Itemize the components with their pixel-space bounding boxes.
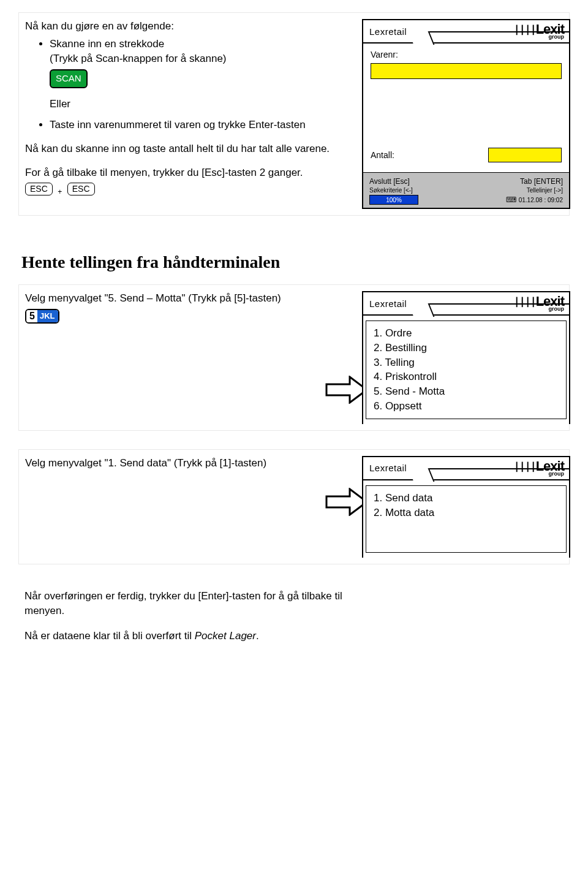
menu-item[interactable]: 4. Priskontroll: [374, 370, 559, 384]
select-5-text: Velg menyvalget "5. Send – Motta" (Trykk…: [25, 291, 344, 306]
footer-avslutt: Avslutt [Esc]: [369, 177, 410, 186]
antall-input[interactable]: [488, 148, 562, 162]
select-1-text: Velg menyvalget "1. Send data" (Trykk på…: [25, 456, 344, 471]
keyboard-icon: [506, 195, 516, 204]
pocket-lager-name: Pocket Lager: [195, 630, 256, 642]
pocket-lager-prefix: Nå er dataene klar til å bli overført ti…: [24, 630, 195, 642]
menu-item[interactable]: 1. Send data: [374, 491, 559, 506]
footer-tab: Tab [ENTER]: [520, 177, 563, 186]
section-heading: Hente tellingen fra håndterminalen: [21, 252, 570, 272]
send-menu-box: 1. Send data 2. Motta data: [366, 485, 567, 553]
terminal-title: Lexretail: [369, 26, 407, 37]
menu-item[interactable]: 1. Ordre: [374, 326, 559, 341]
eller-label: Eller: [50, 97, 344, 112]
menu-item[interactable]: 2. Bestilling: [374, 341, 559, 355]
menu-item[interactable]: 5. Send - Motta: [374, 384, 559, 399]
intro-text: Nå kan du gjøre en av følgende:: [25, 19, 344, 34]
varenr-input[interactable]: [371, 63, 562, 79]
key5-label: JKL: [37, 310, 59, 322]
key5-badge: 5 JKL: [25, 309, 59, 324]
main-menu-box: 1. Ordre 2. Bestilling 3. Telling 4. Pri…: [366, 321, 567, 419]
footer-tellelinjer: Tellelinjer [->]: [527, 187, 563, 194]
para-esc-twice: For å gå tilbake til menyen, trykker du …: [25, 165, 344, 181]
menu-item[interactable]: 6. Oppsett: [374, 399, 559, 414]
varenr-label: Varenr:: [371, 50, 562, 59]
scan-key-badge: SCAN: [50, 69, 88, 88]
esc-key-2: ESC: [67, 183, 95, 195]
terminal-main-menu: Lexretail Lexit group 1. Ordre 2. Bestil…: [362, 291, 570, 424]
terminal-send-menu: Lexretail Lexit group 1. Send data 2. Mo…: [362, 456, 570, 558]
menu-item[interactable]: 3. Telling: [374, 355, 559, 370]
plus-symbol: +: [55, 188, 64, 196]
esc-key-1: ESC: [25, 183, 53, 195]
footer-sokekrit: Søkekriterie [<-]: [369, 187, 413, 194]
terminal-screen-varenr: Lexretail Lexit group Varenr: Antall:: [362, 19, 570, 209]
battery-indicator: 100%: [369, 195, 418, 205]
terminal-title: Lexretail: [369, 298, 407, 309]
antall-label: Antall:: [371, 150, 394, 160]
terminal-footer: Avslutt [Esc] Tab [ENTER] Søkekriterie […: [363, 172, 569, 208]
menu-item[interactable]: 2. Motta data: [374, 506, 559, 520]
bullet-scan-line1: Skanne inn en strekkode: [50, 38, 164, 50]
terminal-title: Lexretail: [369, 463, 407, 473]
key5-number: 5: [26, 310, 37, 322]
bullet-taste-inn: Taste inn varenummeret til varen og tryk…: [50, 118, 344, 133]
para-skanne-antall: Nå kan du skanne inn og taste antall hel…: [25, 142, 344, 157]
timestamp: 01.12.08 : 09:02: [519, 197, 563, 203]
bullet-scan-line2: (Trykk på Scan-knappen for å skanne): [50, 53, 227, 64]
transfer-done-text: Når overføringen er ferdig, trykker du […: [24, 589, 355, 619]
